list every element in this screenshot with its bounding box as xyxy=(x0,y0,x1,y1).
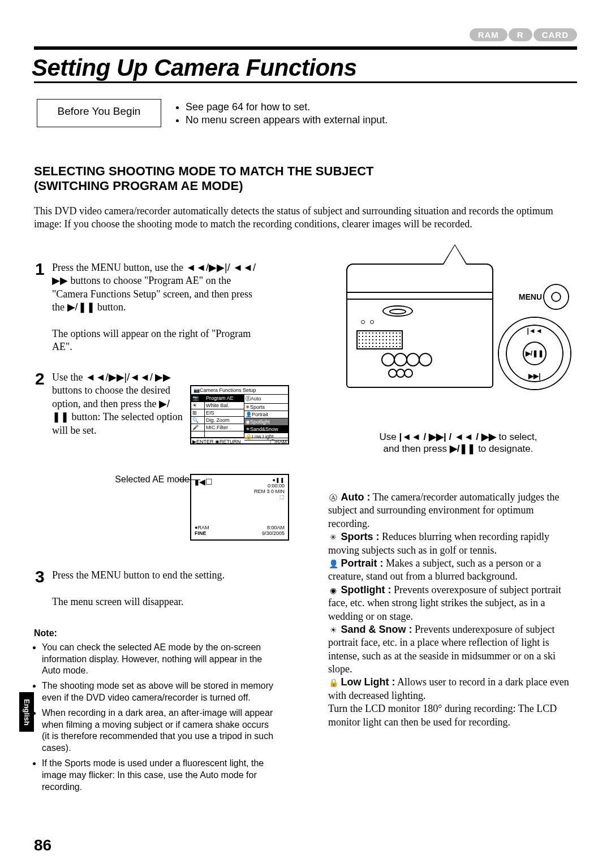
rule-mid xyxy=(34,81,577,83)
lowlight-tail: Turn the LCD monitor 180° during recordi… xyxy=(328,703,557,727)
control-disc: |◄◄ ▶/❚❚ ▶▶| xyxy=(499,318,570,389)
sports-mode-name: Sports : xyxy=(341,531,380,542)
before-you-begin-box: Before You Begin xyxy=(37,99,161,127)
osd-bottom-right: 8:00AM 9/30/2005 xyxy=(262,525,285,536)
modes-description: Ⓐ Auto : The camera/recorder automatical… xyxy=(328,491,577,729)
media-strip: RAM R CARD xyxy=(470,28,577,41)
step3-p1: Press the MENU button to end the setting… xyxy=(52,569,225,581)
nav-symbols: ◄◄/▶▶|/ xyxy=(186,262,230,273)
auto-mode-name: Auto : xyxy=(341,491,371,503)
step-number: 3 xyxy=(35,565,45,588)
heading-line-1: SELECTING SHOOTING MODE TO MATCH THE SUB… xyxy=(34,164,374,178)
play-pause-symbol: ▶/❚❚ xyxy=(67,301,95,313)
portrait-mode-name: Portrait : xyxy=(341,558,384,569)
step-1: 1 Press the MENU button, use the ◄◄/▶▶|/… xyxy=(52,261,267,354)
play-pause-button: ▶/❚❚ xyxy=(523,342,547,365)
nav-symbols: ◄◄/▶▶|/◄◄/ xyxy=(85,372,153,383)
before-you-begin-list: See page 64 for how to set. No menu scre… xyxy=(174,101,388,127)
manual-page: RAM R CARD Setting Up Camera Functions B… xyxy=(0,0,611,868)
page-title: Setting Up Camera Functions xyxy=(32,54,357,81)
step-3: 3 Press the MENU button to end the setti… xyxy=(52,569,267,608)
portrait-mode-icon: 👤 xyxy=(328,559,338,569)
step2-text-b: buttons to choose the desired option, an… xyxy=(52,385,170,409)
speaker-grille xyxy=(356,330,403,349)
step-2: 2 Use the ◄◄/▶▶|/◄◄/ ▶▶ buttons to choos… xyxy=(52,371,185,437)
spotlight-mode-name: Spotlight : xyxy=(341,584,391,595)
selected-ae-mode-label: Selected AE mode xyxy=(76,474,190,485)
step-number: 2 xyxy=(35,368,45,390)
step2-text-c: button: The selected option will be set. xyxy=(52,411,183,435)
camera-ring-inner xyxy=(389,309,406,314)
menu-screen-header: 📷Camera Functions Setup xyxy=(191,386,288,395)
osd-screen-mock: ▮◀☐ ●❚❚ 0:00:00 REM 3 0 MIN ⬚ ●RAM FINE … xyxy=(190,474,289,541)
step1-paragraph-2: The options will appear on the right of … xyxy=(52,328,251,352)
step3-p2: The menu screen will disappear. xyxy=(52,596,183,607)
menu-footer: ▶ENTER ◉RETURN ◯RAM xyxy=(191,438,288,444)
camera-diagram: MENU |◄◄ ▶/❚❚ ▶▶| xyxy=(344,264,570,422)
menu-button-callout: MENU xyxy=(519,285,568,309)
step2-text-a: Use the xyxy=(52,372,85,383)
step1-text-c: button. xyxy=(95,301,126,313)
sports-mode-icon: ✳ xyxy=(328,532,338,542)
menu-grid: 📷☀⊞🔍🎤 Program AE White Bal. EIS Dig. Zoo… xyxy=(191,395,288,438)
sandsnow-mode-icon: ☀ xyxy=(328,625,338,635)
menu-sub-column: ⒶAuto ✳Sports 👤Portrait ◉Spotlight ☀Sand… xyxy=(244,395,288,438)
auto-mode-icon: Ⓐ xyxy=(328,493,338,503)
note-block: Note: You can check the selected AE mode… xyxy=(34,628,277,796)
lens-circles-small xyxy=(388,369,412,378)
osd-top-right: ●❚❚ 0:00:00 REM 3 0 MIN ⬚ xyxy=(254,477,285,500)
camera-body-outline xyxy=(346,264,493,388)
spotlight-mode-icon: ◉ xyxy=(328,585,338,595)
pinhole xyxy=(370,320,374,324)
before-bullet: No menu screen appears with external inp… xyxy=(186,114,388,127)
media-pill-ram: RAM xyxy=(470,28,507,41)
step1-text-a: Press the MENU button, use the xyxy=(52,262,186,273)
next-track-icon: ▶▶| xyxy=(528,372,540,380)
note-item: When recording in a dark area, an after-… xyxy=(42,707,277,754)
before-bullet: See page 64 for how to set. xyxy=(186,101,388,114)
menu-icon-column: 📷☀⊞🔍🎤 xyxy=(191,395,205,438)
note-item: The shooting mode set as above will be s… xyxy=(42,680,277,704)
rule-top xyxy=(34,46,577,50)
diagram-caption: Use |◄◄ / ▶▶| / ◄◄ / ▶▶ to select, and t… xyxy=(339,431,577,455)
media-pill-r: R xyxy=(509,28,532,41)
menu-button-disc xyxy=(544,285,568,309)
nav-symbols: ▶▶ xyxy=(155,372,171,383)
intro-paragraph: This DVD video camera/recorder automatic… xyxy=(34,205,577,231)
note-item: If the Sports mode is used under a fluor… xyxy=(42,758,277,793)
osd-bottom-left: ●RAM FINE xyxy=(195,525,209,536)
lens-circles xyxy=(381,353,431,366)
step-number: 1 xyxy=(35,258,45,280)
heading-line-2: (SWITCHING PROGRAM AE MODE) xyxy=(34,179,243,193)
menu-button-label: MENU xyxy=(519,292,542,301)
sandsnow-mode-name: Sand & Snow : xyxy=(341,624,412,635)
lowlight-mode-name: Low Light : xyxy=(341,676,395,688)
media-pill-card: CARD xyxy=(533,28,577,41)
note-item: You can check the selected AE mode by th… xyxy=(42,642,277,677)
lowlight-mode-icon: 🔒 xyxy=(328,677,338,688)
language-tab: English xyxy=(19,692,34,732)
menu-main-column: Program AE White Bal. EIS Dig. Zoom MIC.… xyxy=(205,395,244,438)
pinhole xyxy=(361,320,365,324)
section-heading: SELECTING SHOOTING MODE TO MATCH THE SUB… xyxy=(34,164,374,194)
page-number: 86 xyxy=(34,836,51,854)
prev-track-icon: |◄◄ xyxy=(527,327,542,335)
osd-top-left-icons: ▮◀☐ xyxy=(195,477,213,486)
menu-screen-mock: 📷Camera Functions Setup 📷☀⊞🔍🎤 Program AE… xyxy=(190,385,289,444)
note-label: Note: xyxy=(34,628,57,638)
